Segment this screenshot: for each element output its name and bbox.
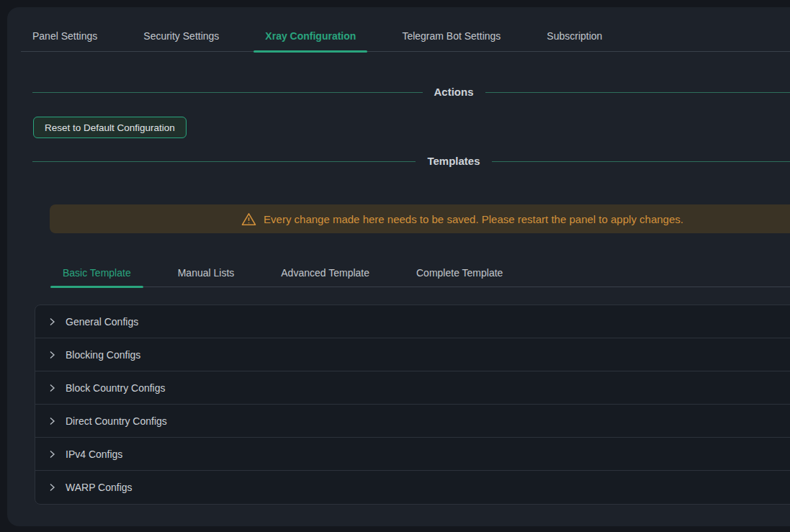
chevron-right-icon [48,417,56,425]
tab-panel-settings[interactable]: Panel Settings [21,29,109,51]
accordion-general-configs[interactable]: General Configs [35,305,790,338]
chevron-right-icon [48,450,56,459]
tab-basic-template[interactable]: Basic Template [50,266,143,287]
accordion-item-label: General Configs [66,316,138,328]
templates-divider: Templates [32,153,790,169]
accordion-direct-country-configs[interactable]: Direct Country Configs [35,405,790,438]
chevron-right-icon [48,351,56,359]
divider-line [485,92,790,93]
accordion-item-label: IPv4 Configs [66,448,122,460]
chevron-right-icon [48,384,56,392]
tab-xray-configuration[interactable]: Xray Configuration [253,29,367,51]
tab-manual-lists[interactable]: Manual Lists [166,266,247,287]
settings-card: Panel Settings Security Settings Xray Co… [7,7,790,526]
accordion-ipv4-configs[interactable]: IPv4 Configs [35,438,790,471]
config-accordion: General Configs Blocking Configs Block C… [35,305,790,505]
tab-subscription[interactable]: Subscription [535,29,614,51]
tab-complete-template[interactable]: Complete Template [404,266,515,287]
actions-divider: Actions [32,84,790,100]
reset-to-default-button[interactable]: Reset to Default Configuration [33,117,187,138]
warning-triangle-icon [241,212,256,226]
divider-line [492,161,790,162]
tab-advanced-template[interactable]: Advanced Template [269,266,382,287]
chevron-right-icon [48,317,56,326]
accordion-item-label: WARP Configs [66,482,133,493]
actions-section-title: Actions [423,84,485,100]
template-tab-bar: Basic Template Manual Lists Advanced Tem… [50,258,790,287]
accordion-item-label: Blocking Configs [66,349,140,361]
accordion-item-label: Direct Country Configs [66,415,167,427]
tab-security-settings[interactable]: Security Settings [132,29,230,51]
templates-section-title: Templates [416,153,491,169]
chevron-right-icon [48,483,56,492]
accordion-blocking-configs[interactable]: Blocking Configs [35,338,790,371]
accordion-warp-configs[interactable]: WARP Configs [35,471,790,504]
tab-telegram-bot-settings[interactable]: Telegram Bot Settings [390,29,512,51]
accordion-block-country-configs[interactable]: Block Country Configs [35,371,790,405]
restart-warning-banner: Every change made here needs to be saved… [50,204,790,233]
divider-line [32,92,423,93]
main-tab-bar: Panel Settings Security Settings Xray Co… [21,7,790,52]
accordion-item-label: Block Country Configs [66,382,166,394]
divider-line [32,161,416,162]
warning-text: Every change made here needs to be saved… [264,213,683,225]
